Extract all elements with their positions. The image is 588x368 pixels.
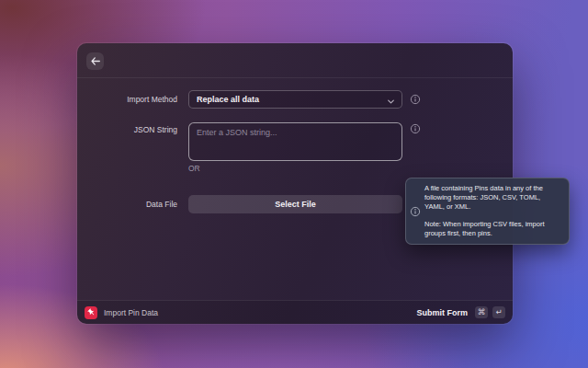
tooltip-text: A file containing Pins data in any of th… [424,184,561,238]
select-file-button[interactable]: Select File [188,195,402,213]
import-method-label: Import Method [96,90,177,109]
arrow-left-icon [91,54,100,68]
json-string-info-icon[interactable] [410,123,421,134]
command-identity: Import Pin Data [85,306,417,319]
submit-form-label: Submit Form [417,308,469,317]
import-method-dropdown[interactable]: Replace all data [188,90,402,109]
back-button[interactable] [86,52,104,70]
tooltip-paragraph-note: Note: When importing CSV files, import g… [424,220,561,238]
data-file-label: Data File [96,195,177,213]
cmd-key-icon: ⌘ [475,306,488,318]
json-string-input[interactable] [188,122,402,161]
chevron-down-icon [388,91,394,108]
submit-form-action[interactable]: Submit Form ⌘ ↵ [417,306,506,318]
import-method-info-icon[interactable] [410,94,421,105]
tooltip-paragraph-formats: A file containing Pins data in any of th… [424,184,561,212]
desktop-background: Import Method Replace all data JSON Stri… [0,0,588,368]
action-bar: Import Pin Data Submit Form ⌘ ↵ [77,300,513,324]
or-separator: OR [188,164,200,173]
json-string-label: JSON String [96,121,177,139]
pins-app-icon [85,306,97,319]
import-method-value: Replace all data [197,95,388,104]
return-key-icon: ↵ [492,306,505,318]
data-file-info-icon[interactable] [410,206,421,217]
command-name: Import Pin Data [104,308,158,317]
data-file-tooltip: A file containing Pins data in any of th… [405,178,570,245]
window-header [77,43,513,78]
